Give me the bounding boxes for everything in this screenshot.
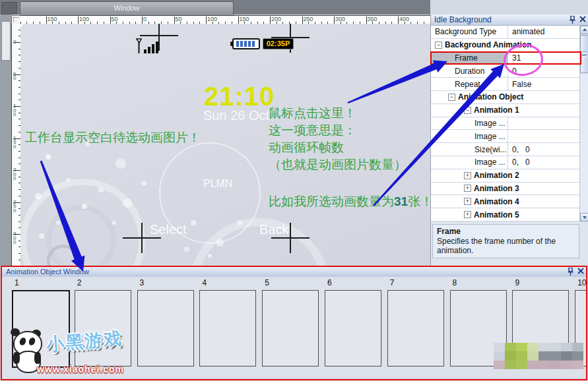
property-label[interactable]: Image ... <box>431 156 508 169</box>
animation-slot[interactable]: 7 <box>387 278 448 377</box>
property-row[interactable]: Size(wi...0, 0 <box>431 143 579 156</box>
animation-window-titlebar[interactable]: Animation Object Window <box>2 267 586 277</box>
animation-slot[interactable]: 5 <box>262 278 323 377</box>
property-value[interactable]: 0, 0 <box>508 145 579 154</box>
category-row[interactable]: +Animation 3 <box>431 183 579 196</box>
property-value[interactable]: 0 <box>508 67 579 76</box>
clock-text: 21:10 <box>204 82 275 111</box>
window-tab-label: Window <box>114 4 139 12</box>
property-description-text: Specifies the frame number of the animat… <box>437 237 575 255</box>
status-time-badge: 02:35P <box>263 38 294 49</box>
softkey-select: Select <box>150 222 187 237</box>
ruler-corner <box>11 15 21 24</box>
h-ruler: 15010050050100150200250300350400 <box>20 15 430 24</box>
category-label: Animation 5 <box>474 210 519 220</box>
slot-number: 9 <box>515 278 573 289</box>
annotation-click-note: 鼠标点击这里！这一项意思是：动画循环帧数（也就是动画图片数量） <box>269 105 407 173</box>
slot-frame[interactable] <box>387 290 444 366</box>
expand-icon[interactable]: + <box>464 211 471 218</box>
property-label[interactable]: Duration <box>431 65 508 77</box>
expand-icon[interactable]: + <box>464 185 471 192</box>
category-label: Animation 4 <box>474 197 519 206</box>
property-value[interactable]: False <box>508 80 579 89</box>
property-description: Frame Specifies the frame number of the … <box>432 224 579 258</box>
property-label[interactable]: Size(wi... <box>431 143 508 156</box>
property-row[interactable]: Image ... <box>431 130 579 143</box>
signal-strength-icon <box>135 38 162 56</box>
properties-panel: Idle Background Background Typeanimated−… <box>430 15 588 266</box>
slot-number: 10 <box>577 278 586 289</box>
scrollbar-thumb[interactable] <box>580 35 588 73</box>
close-icon[interactable] <box>579 16 586 22</box>
collapse-icon[interactable]: − <box>435 42 442 49</box>
panel-scrollbar[interactable] <box>579 26 588 221</box>
scroll-up-icon[interactable] <box>580 26 588 34</box>
top-bar-right <box>430 0 588 15</box>
plmn-text: PLMN <box>203 178 232 190</box>
collapse-icon[interactable]: − <box>464 107 471 114</box>
property-label[interactable]: Repeat <box>431 78 508 90</box>
category-row[interactable]: +Animation 2 <box>431 169 579 183</box>
decor-speckles <box>20 24 23 26</box>
slot-frame[interactable] <box>262 290 319 366</box>
slot-frame[interactable] <box>199 290 256 366</box>
expand-icon[interactable]: + <box>464 198 471 205</box>
category-label: Animation 1 <box>474 105 519 115</box>
property-value[interactable]: 0, 0 <box>508 158 579 167</box>
censored-watermark <box>494 343 583 369</box>
battery-icon <box>232 38 260 49</box>
scroll-down-icon[interactable] <box>580 213 588 221</box>
slot-frame[interactable] <box>325 290 381 366</box>
property-row[interactable]: Frame31 <box>431 52 579 65</box>
slot-number: 1 <box>15 278 73 289</box>
property-value[interactable]: animated <box>508 27 579 36</box>
pin-icon[interactable] <box>570 16 575 24</box>
property-value[interactable]: 31 <box>508 53 579 63</box>
category-label: Animation 3 <box>474 184 519 193</box>
animation-window-title: Animation Object Window <box>6 268 89 276</box>
slot-number: 6 <box>327 278 385 289</box>
category-label: Animation Object <box>458 92 523 102</box>
watermark-name: 小黑游戏 <box>46 326 124 357</box>
property-row[interactable]: Image ...0, 0 <box>431 156 579 169</box>
close-icon[interactable] <box>577 268 584 274</box>
v-ruler: 05 01 0 01 5 02 0 02 5 03 0 0 <box>11 24 21 266</box>
expand-icon[interactable]: + <box>464 172 471 179</box>
slot-number: 3 <box>140 278 198 289</box>
property-row[interactable]: Duration0 <box>431 65 579 78</box>
watermark-url: www.xiaohei.com <box>37 364 124 374</box>
category-row[interactable]: −Animation Object <box>431 91 579 104</box>
properties-panel-header[interactable]: Idle Background <box>431 15 588 26</box>
category-row[interactable]: −Background Animation <box>431 39 579 52</box>
site-watermark: 小黑游戏 www.xiaohei.com <box>9 326 148 381</box>
annotation-workbench: 工作台显示空白待选动画图片！ <box>25 129 201 146</box>
property-row[interactable]: Image ... <box>431 117 579 131</box>
animation-slot[interactable]: 6 <box>325 278 385 377</box>
softkey-back: Back <box>259 222 288 237</box>
annotation-count: 比如我所选动画数量为31张！ <box>269 193 433 210</box>
category-row[interactable]: −Animation 1 <box>431 104 579 117</box>
property-label[interactable]: Image ... <box>431 130 508 142</box>
slot-number: 2 <box>77 278 135 289</box>
slot-number: 5 <box>265 278 323 289</box>
slot-number: 8 <box>453 278 511 289</box>
animation-slot[interactable]: 4 <box>199 278 260 377</box>
property-label[interactable]: Background Type <box>431 26 508 38</box>
property-label[interactable]: Frame <box>431 52 508 65</box>
properties-panel-title: Idle Background <box>434 15 492 24</box>
property-label[interactable]: Image ... <box>431 117 508 130</box>
pin-icon[interactable] <box>568 268 573 276</box>
category-label: Animation 2 <box>474 171 519 180</box>
property-row[interactable]: RepeatFalse <box>431 78 579 91</box>
canvas-workspace[interactable]: 02:35P 21:10 Sun 26 Oct PLMN Select Back… <box>20 24 430 266</box>
category-row[interactable]: +Animation 5 <box>431 208 579 221</box>
category-row[interactable]: +Animation 4 <box>431 195 579 208</box>
slot-number: 7 <box>390 278 448 289</box>
window-tab[interactable]: Window <box>20 1 234 15</box>
app-window: Window 15010050050100150200250300350400 … <box>0 0 588 381</box>
window-control-box <box>1 2 17 15</box>
top-bar: Window <box>0 0 588 15</box>
property-row[interactable]: Background Typeanimated <box>431 26 579 39</box>
collapse-icon[interactable]: − <box>448 94 455 101</box>
date-text: Sun 26 Oct <box>203 108 269 123</box>
